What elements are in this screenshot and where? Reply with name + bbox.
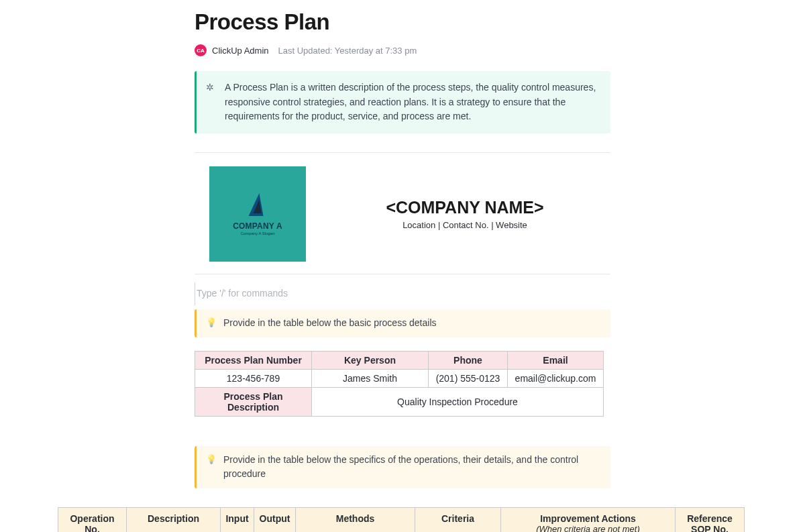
company-name[interactable]: <COMPANY NAME>: [386, 198, 543, 217]
th-criteria: Criteria: [415, 508, 501, 532]
th-ref-sop: Reference SOP No.: [676, 508, 745, 532]
company-header: COMPANY A Company A Slogan <COMPANY NAME…: [195, 162, 610, 274]
th-output: Output: [254, 508, 296, 532]
th-key-person: Key Person: [312, 351, 429, 369]
logo-text-sub: Company A Slogan: [240, 231, 274, 235]
divider: [195, 152, 610, 153]
tip-basic-details: 💡 Provide in the table below the basic p…: [195, 309, 610, 337]
lightbulb-icon: 💡: [206, 453, 217, 466]
details-table[interactable]: Process Plan Number Key Person Phone Ema…: [195, 351, 604, 417]
last-updated: Last Updated: Yesterday at 7:33 pm: [278, 46, 417, 56]
th-improvement: Improvement Actions (When criteria are n…: [501, 508, 676, 532]
th-plan-number: Process Plan Number: [195, 351, 312, 369]
th-methods: Methods: [296, 508, 415, 532]
page-title: Process Plan: [195, 9, 610, 35]
th-description: Description: [127, 508, 221, 532]
logo-text-main: COMPANY A: [233, 221, 282, 231]
td-phone[interactable]: (201) 555-0123: [429, 369, 508, 387]
intro-callout: ✲ A Process Plan is a written descriptio…: [195, 71, 610, 134]
divider: [195, 274, 610, 274]
doc-meta: CA ClickUp Admin Last Updated: Yesterday…: [195, 44, 610, 56]
td-plan-number[interactable]: 123-456-789: [195, 369, 312, 387]
table-row[interactable]: 123-456-789 James Smith (201) 555-0123 e…: [195, 369, 604, 387]
td-desc-label: Process Plan Description: [195, 387, 312, 416]
gear-icon: ✲: [206, 81, 214, 95]
th-input: Input: [221, 508, 254, 532]
th-op-no: Operation No.: [58, 508, 127, 532]
avatar: CA: [195, 44, 207, 56]
intro-callout-text: A Process Plan is a written description …: [225, 82, 596, 121]
th-email: Email: [508, 351, 604, 369]
company-logo: COMPANY A Company A Slogan: [209, 166, 306, 262]
td-key-person[interactable]: James Smith: [312, 369, 429, 387]
th-improvement-main: Improvement Actions: [540, 513, 636, 524]
logo-icon: [250, 193, 265, 216]
author-name: ClickUp Admin: [212, 46, 269, 56]
th-phone: Phone: [429, 351, 508, 369]
lightbulb-icon: 💡: [206, 316, 217, 329]
td-desc-value[interactable]: Quality Inspection Procedure: [312, 387, 604, 416]
tip-operations: 💡 Provide in the table below the specifi…: [195, 446, 610, 488]
command-input[interactable]: Type '/' for commands: [195, 282, 610, 305]
table-row[interactable]: Process Plan Description Quality Inspect…: [195, 387, 604, 416]
company-subline[interactable]: Location | Contact No. | Website: [402, 220, 527, 230]
th-improvement-sub: (When criteria are not met): [505, 524, 671, 532]
tip-text: Provide in the table below the basic pro…: [223, 317, 437, 328]
operations-table[interactable]: Operation No. Description Input Output M…: [58, 507, 745, 532]
tip-text: Provide in the table below the specifics…: [223, 454, 578, 480]
td-email[interactable]: email@clickup.com: [508, 369, 604, 387]
